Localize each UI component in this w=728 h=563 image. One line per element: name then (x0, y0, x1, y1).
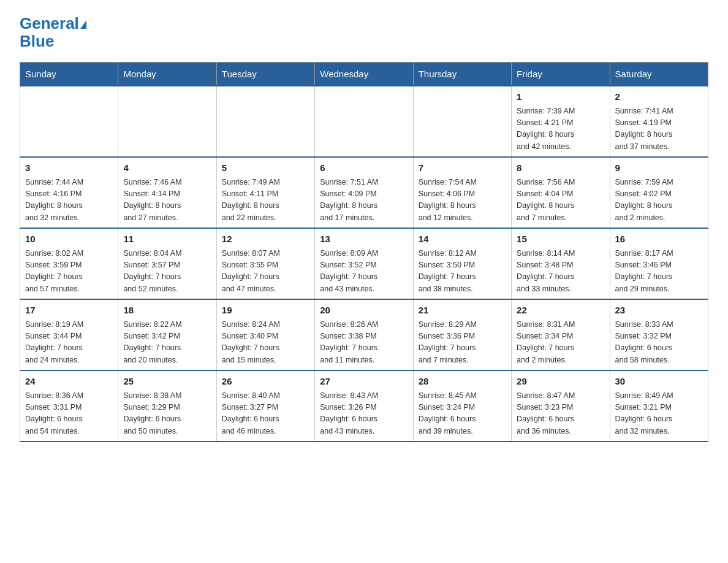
logo: General Blue (20, 15, 86, 50)
calendar-cell: 29Sunrise: 8:47 AM Sunset: 3:23 PM Dayli… (512, 370, 610, 442)
calendar-cell: 4Sunrise: 7:46 AM Sunset: 4:14 PM Daylig… (118, 157, 216, 228)
weekday-header-tuesday: Tuesday (216, 63, 314, 86)
day-number: 14 (419, 232, 506, 247)
day-number: 23 (615, 304, 703, 318)
calendar-cell (413, 86, 511, 157)
calendar-cell: 3Sunrise: 7:44 AM Sunset: 4:16 PM Daylig… (20, 157, 118, 228)
weekday-header-saturday: Saturday (610, 63, 708, 86)
day-number: 12 (222, 232, 309, 247)
calendar-cell: 19Sunrise: 8:24 AM Sunset: 3:40 PM Dayli… (216, 299, 314, 370)
day-info: Sunrise: 8:43 AM Sunset: 3:26 PM Dayligh… (320, 390, 408, 438)
calendar-cell: 6Sunrise: 7:51 AM Sunset: 4:09 PM Daylig… (315, 157, 413, 228)
day-number: 21 (419, 304, 506, 318)
day-info: Sunrise: 8:04 AM Sunset: 3:57 PM Dayligh… (123, 248, 211, 296)
day-info: Sunrise: 8:02 AM Sunset: 3:59 PM Dayligh… (25, 248, 113, 296)
calendar-cell: 7Sunrise: 7:54 AM Sunset: 4:06 PM Daylig… (413, 157, 511, 228)
day-info: Sunrise: 7:39 AM Sunset: 4:21 PM Dayligh… (517, 105, 604, 153)
calendar-cell: 28Sunrise: 8:45 AM Sunset: 3:24 PM Dayli… (413, 370, 511, 442)
calendar-cell: 21Sunrise: 8:29 AM Sunset: 3:36 PM Dayli… (413, 299, 511, 370)
calendar-cell (118, 86, 216, 157)
calendar-cell: 24Sunrise: 8:36 AM Sunset: 3:31 PM Dayli… (20, 370, 118, 442)
day-number: 11 (123, 232, 211, 247)
calendar-cell (216, 86, 314, 157)
day-number: 30 (615, 375, 703, 389)
calendar-week-row: 10Sunrise: 8:02 AM Sunset: 3:59 PM Dayli… (20, 228, 708, 299)
weekday-header-monday: Monday (118, 63, 216, 86)
calendar-week-row: 17Sunrise: 8:19 AM Sunset: 3:44 PM Dayli… (20, 299, 708, 370)
day-info: Sunrise: 8:22 AM Sunset: 3:42 PM Dayligh… (123, 319, 211, 367)
day-number: 7 (419, 161, 506, 175)
weekday-header-sunday: Sunday (20, 63, 118, 86)
day-info: Sunrise: 8:07 AM Sunset: 3:55 PM Dayligh… (222, 248, 309, 296)
calendar-cell: 8Sunrise: 7:56 AM Sunset: 4:04 PM Daylig… (512, 157, 610, 228)
page-header: General Blue (20, 15, 708, 50)
day-info: Sunrise: 7:46 AM Sunset: 4:14 PM Dayligh… (123, 177, 211, 224)
day-number: 25 (123, 375, 211, 389)
calendar-header-row: SundayMondayTuesdayWednesdayThursdayFrid… (20, 63, 708, 86)
day-number: 8 (517, 161, 604, 175)
calendar-cell: 1Sunrise: 7:39 AM Sunset: 4:21 PM Daylig… (512, 86, 610, 157)
day-number: 16 (615, 232, 703, 247)
calendar-cell: 9Sunrise: 7:59 AM Sunset: 4:02 PM Daylig… (610, 157, 708, 228)
day-info: Sunrise: 7:56 AM Sunset: 4:04 PM Dayligh… (517, 177, 604, 224)
day-info: Sunrise: 8:14 AM Sunset: 3:48 PM Dayligh… (517, 248, 604, 296)
day-info: Sunrise: 8:12 AM Sunset: 3:50 PM Dayligh… (419, 248, 506, 296)
logo-general: General (20, 14, 79, 33)
day-number: 22 (517, 304, 604, 318)
calendar-cell: 13Sunrise: 8:09 AM Sunset: 3:52 PM Dayli… (315, 228, 413, 299)
day-info: Sunrise: 8:33 AM Sunset: 3:32 PM Dayligh… (615, 319, 703, 367)
calendar-cell: 15Sunrise: 8:14 AM Sunset: 3:48 PM Dayli… (512, 228, 610, 299)
calendar-cell: 16Sunrise: 8:17 AM Sunset: 3:46 PM Dayli… (610, 228, 708, 299)
day-number: 13 (320, 232, 408, 247)
day-info: Sunrise: 8:19 AM Sunset: 3:44 PM Dayligh… (25, 319, 113, 367)
day-info: Sunrise: 7:54 AM Sunset: 4:06 PM Dayligh… (419, 177, 506, 224)
calendar-cell (315, 86, 413, 157)
day-number: 2 (615, 90, 703, 104)
day-info: Sunrise: 8:36 AM Sunset: 3:31 PM Dayligh… (25, 390, 113, 438)
weekday-header-thursday: Thursday (413, 63, 511, 86)
calendar-cell: 25Sunrise: 8:38 AM Sunset: 3:29 PM Dayli… (118, 370, 216, 442)
day-info: Sunrise: 8:47 AM Sunset: 3:23 PM Dayligh… (517, 390, 604, 438)
day-number: 26 (222, 375, 309, 389)
calendar-week-row: 24Sunrise: 8:36 AM Sunset: 3:31 PM Dayli… (20, 370, 708, 442)
calendar-cell: 23Sunrise: 8:33 AM Sunset: 3:32 PM Dayli… (610, 299, 708, 370)
calendar-cell: 27Sunrise: 8:43 AM Sunset: 3:26 PM Dayli… (315, 370, 413, 442)
calendar-cell: 22Sunrise: 8:31 AM Sunset: 3:34 PM Dayli… (512, 299, 610, 370)
day-number: 18 (123, 304, 211, 318)
day-info: Sunrise: 7:44 AM Sunset: 4:16 PM Dayligh… (25, 177, 113, 224)
day-number: 1 (517, 90, 604, 104)
day-number: 20 (320, 304, 408, 318)
calendar-cell: 18Sunrise: 8:22 AM Sunset: 3:42 PM Dayli… (118, 299, 216, 370)
calendar-cell: 11Sunrise: 8:04 AM Sunset: 3:57 PM Dayli… (118, 228, 216, 299)
calendar-cell: 30Sunrise: 8:49 AM Sunset: 3:21 PM Dayli… (610, 370, 708, 442)
day-number: 24 (25, 375, 113, 389)
day-info: Sunrise: 8:45 AM Sunset: 3:24 PM Dayligh… (419, 390, 506, 438)
day-info: Sunrise: 7:59 AM Sunset: 4:02 PM Dayligh… (615, 177, 703, 224)
day-number: 4 (123, 161, 211, 175)
weekday-header-wednesday: Wednesday (315, 63, 413, 86)
calendar-cell: 20Sunrise: 8:26 AM Sunset: 3:38 PM Dayli… (315, 299, 413, 370)
day-info: Sunrise: 7:41 AM Sunset: 4:19 PM Dayligh… (615, 105, 703, 153)
calendar-cell: 5Sunrise: 7:49 AM Sunset: 4:11 PM Daylig… (216, 157, 314, 228)
calendar-cell: 10Sunrise: 8:02 AM Sunset: 3:59 PM Dayli… (20, 228, 118, 299)
day-number: 19 (222, 304, 309, 318)
day-number: 5 (222, 161, 309, 175)
day-info: Sunrise: 8:38 AM Sunset: 3:29 PM Dayligh… (123, 390, 211, 438)
day-number: 10 (25, 232, 113, 247)
day-info: Sunrise: 7:49 AM Sunset: 4:11 PM Dayligh… (222, 177, 309, 224)
logo-triangle-icon (80, 20, 86, 29)
logo-text: General Blue (20, 15, 86, 50)
weekday-header-friday: Friday (512, 63, 610, 86)
day-number: 17 (25, 304, 113, 318)
day-info: Sunrise: 8:40 AM Sunset: 3:27 PM Dayligh… (222, 390, 309, 438)
day-info: Sunrise: 8:17 AM Sunset: 3:46 PM Dayligh… (615, 248, 703, 296)
logo-blue: Blue (20, 32, 54, 50)
day-info: Sunrise: 8:09 AM Sunset: 3:52 PM Dayligh… (320, 248, 408, 296)
day-number: 9 (615, 161, 703, 175)
day-info: Sunrise: 8:29 AM Sunset: 3:36 PM Dayligh… (419, 319, 506, 367)
day-info: Sunrise: 8:26 AM Sunset: 3:38 PM Dayligh… (320, 319, 408, 367)
calendar-week-row: 3Sunrise: 7:44 AM Sunset: 4:16 PM Daylig… (20, 157, 708, 228)
day-number: 3 (25, 161, 113, 175)
day-number: 27 (320, 375, 408, 389)
day-info: Sunrise: 8:49 AM Sunset: 3:21 PM Dayligh… (615, 390, 703, 438)
